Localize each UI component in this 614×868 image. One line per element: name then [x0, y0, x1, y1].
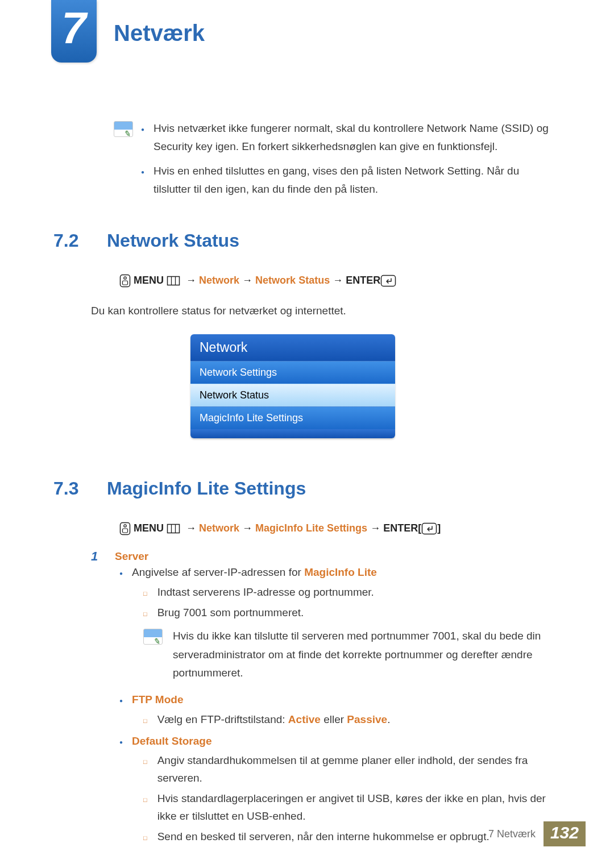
osd-menu: Network Network Settings Network Status … [190, 334, 395, 438]
nav-item: Network [199, 275, 239, 286]
svg-point-1 [124, 277, 126, 279]
arrow-icon: → [370, 522, 380, 534]
osd-item-network-settings[interactable]: Network Settings [190, 361, 395, 384]
enter-icon [421, 522, 437, 535]
note-icon [114, 121, 133, 137]
bullet-icon: ● [119, 696, 123, 708]
page-number: 132 [544, 821, 586, 846]
svg-rect-13 [422, 524, 437, 534]
section-number: 7.2 [53, 230, 93, 251]
section-title: Network Status [107, 230, 239, 251]
nav-item: MagicInfo Lite Settings [255, 522, 367, 534]
chapter-number: 7 [61, 6, 86, 57]
menu-grid-icon [167, 524, 180, 534]
note-text: Hvis en enhed tilsluttes en gang, vises … [154, 162, 557, 199]
body-text: Vælg en FTP-driftstilstand: Active eller… [157, 711, 391, 728]
list-item: □ Indtast serverens IP-adresse og portnu… [143, 584, 557, 601]
page-footer: 7 Netværk 132 [28, 823, 586, 845]
osd-footer [190, 429, 395, 438]
chapter-badge: 7 [51, 0, 97, 63]
enter-label: ENTER [383, 522, 418, 534]
arrow-icon: → [333, 275, 343, 286]
remote-icon [119, 274, 131, 288]
osd-header: Network [190, 334, 395, 361]
arrow-icon: → [242, 522, 252, 534]
arrow-icon: → [186, 522, 196, 534]
square-bullet-icon: □ [143, 609, 147, 621]
enter-label: ENTER [346, 275, 380, 286]
list-item: □ Angiv standardhukommelsen til at gemme… [143, 752, 557, 787]
body-text: Hvis standardlagerplaceringen er angivet… [157, 790, 557, 825]
menu-path-73: MENU → Network → MagicInfo Lite Settings… [119, 522, 557, 535]
square-bullet-icon: □ [143, 716, 147, 728]
svg-rect-6 [381, 276, 396, 286]
list-item: □ Brug 7001 som portnummeret. [143, 604, 557, 621]
paragraph: Du kan kontrollere status for netværket … [91, 305, 557, 317]
body-text: Indtast serverens IP-adresse og portnumm… [157, 584, 374, 601]
note-icon [143, 629, 163, 645]
bullet-icon: ● [141, 167, 144, 199]
list-item: □ Hvis standardlagerplaceringen er angiv… [143, 790, 557, 825]
body-text: Brug 7001 som portnummeret. [157, 604, 304, 621]
svg-rect-10 [168, 525, 180, 533]
item-label: Default Storage [132, 733, 211, 750]
note-text: Hvis du ikke kan tilslutte til serveren … [173, 627, 557, 682]
enter-icon [380, 275, 396, 287]
svg-point-8 [124, 525, 126, 527]
section-heading-72: 7.2 Network Status [53, 230, 557, 251]
bullet-icon: ● [141, 124, 144, 156]
section-heading-73: 7.3 MagicInfo Lite Settings [53, 478, 557, 499]
list-item: ● Hvis netværket ikke fungerer normalt, … [141, 119, 557, 156]
menu-label: MENU [134, 275, 164, 286]
svg-rect-9 [123, 529, 128, 533]
remote-icon [119, 522, 131, 535]
chapter-title: Netværk [114, 20, 205, 46]
section-title: MagicInfo Lite Settings [107, 478, 306, 499]
note-text: Hvis netværket ikke fungerer normalt, sk… [154, 119, 557, 156]
list-item: ● Default Storage [119, 733, 557, 750]
osd-item-network-status[interactable]: Network Status [190, 384, 395, 406]
square-bullet-icon: □ [143, 795, 147, 825]
note-block-inner: Hvis du ikke kan tilslutte til serveren … [143, 627, 557, 682]
footer-chapter-label: 7 Netværk [488, 828, 536, 840]
arrow-icon: → [186, 275, 196, 286]
bullet-icon: ● [119, 738, 123, 750]
step-row: 1 Server [91, 549, 557, 564]
arrow-icon: → [242, 275, 252, 286]
menu-path-72: MENU → Network → Network Status → ENTER [119, 274, 557, 288]
item-label: FTP Mode [132, 691, 183, 708]
note-block-top: ● Hvis netværket ikke fungerer normalt, … [114, 119, 557, 204]
step-number: 1 [91, 549, 105, 564]
list-item: ● FTP Mode [119, 691, 557, 708]
section-number: 7.3 [53, 478, 93, 499]
list-item: ● Angivelse af server-IP-adressen for Ma… [119, 564, 557, 581]
nav-item: Network [199, 522, 239, 534]
bracket-close: ] [437, 522, 441, 534]
bullet-icon: ● [119, 569, 123, 581]
nav-item: Network Status [255, 275, 330, 286]
svg-rect-2 [123, 281, 128, 285]
body-text: Angiv standardhukommelsen til at gemme p… [157, 752, 557, 787]
square-bullet-icon: □ [143, 757, 147, 787]
menu-grid-icon [167, 276, 180, 286]
list-item: □ Vælg en FTP-driftstilstand: Active ell… [143, 711, 557, 728]
body-text: Angivelse af server-IP-adressen for Magi… [132, 564, 377, 581]
square-bullet-icon: □ [143, 589, 147, 601]
menu-label: MENU [134, 522, 164, 534]
svg-rect-3 [168, 277, 180, 285]
list-item: ● Hvis en enhed tilsluttes en gang, vise… [141, 162, 557, 199]
step-label: Server [115, 549, 148, 564]
osd-item-magicinfo-lite[interactable]: MagicInfo Lite Settings [190, 406, 395, 429]
